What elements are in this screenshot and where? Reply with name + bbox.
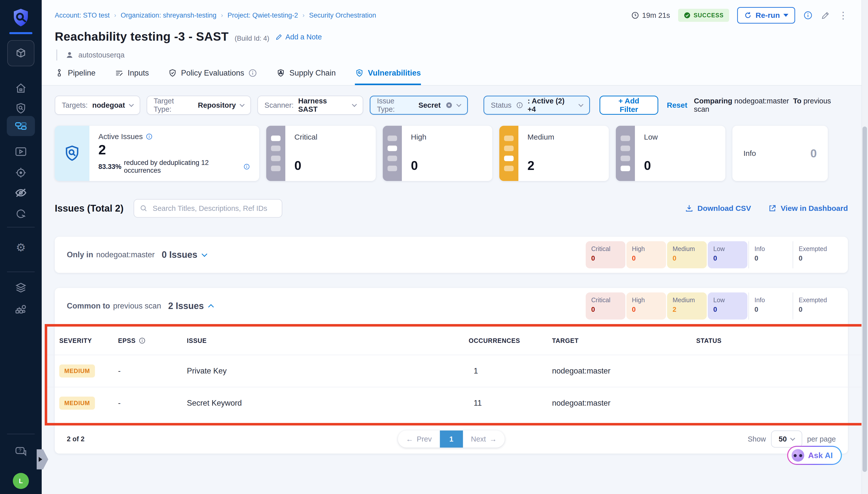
group-header-common[interactable]: Common to previous scan 2 Issues Critica… <box>55 288 848 324</box>
more-options-icon[interactable]: ⋮ <box>838 11 848 20</box>
tab-vulnerabilities[interactable]: Vulnerabilities <box>355 69 421 85</box>
edit-pencil-icon[interactable] <box>821 11 830 20</box>
user-avatar[interactable]: L <box>13 473 29 489</box>
severity-stripe <box>266 126 285 181</box>
filter-target-type[interactable]: Target Type: Repository <box>147 96 251 115</box>
breadcrumb-project[interactable]: Project: Qwiet-testing-2 <box>227 12 298 19</box>
sidebar-nav: ⚙ ? L <box>0 0 42 494</box>
col-target[interactable]: TARGET <box>552 337 696 344</box>
info-card[interactable]: Info 0 <box>732 126 828 181</box>
chevron-right-icon: › <box>302 12 304 19</box>
chevron-down-icon[interactable] <box>202 251 207 257</box>
col-status[interactable]: STATUS <box>696 337 852 344</box>
pagination-summary: 2 of 2 <box>67 435 85 443</box>
sidebar-divider <box>7 227 35 227</box>
tab-supply-chain[interactable]: Supply Chain <box>276 69 335 85</box>
download-csv-link[interactable]: Download CSV <box>685 204 751 213</box>
issue-title[interactable]: Private Key <box>187 366 469 376</box>
reset-filters-link[interactable]: Reset <box>667 101 687 110</box>
chevron-down-icon <box>352 102 357 107</box>
group-header-only-in[interactable]: Only in nodegoat:master 0 Issues Critica… <box>55 237 848 273</box>
home-icon[interactable] <box>14 82 27 95</box>
module-switcher-button[interactable] <box>7 40 34 66</box>
col-severity[interactable]: SEVERITY <box>59 337 118 344</box>
check-circle-icon <box>684 12 691 19</box>
scrollbar-thumb[interactable] <box>863 127 867 472</box>
page-size-select[interactable]: 50 <box>771 431 802 448</box>
refresh-icon <box>744 11 752 19</box>
col-epss[interactable]: EPSS <box>118 337 187 344</box>
chevron-down-icon <box>456 102 461 107</box>
medium-card[interactable]: Medium2 <box>499 126 609 181</box>
low-card[interactable]: Low0 <box>616 126 725 181</box>
per-page-label: per page <box>807 435 836 443</box>
ask-ai-button[interactable]: Ask AI <box>787 446 842 465</box>
group-common-panel: Common to previous scan 2 Issues Critica… <box>55 288 848 454</box>
info-icon[interactable] <box>146 133 153 140</box>
clear-filter-icon[interactable] <box>445 101 453 109</box>
tab-pipeline[interactable]: Pipeline <box>55 69 95 85</box>
executions-video-icon[interactable] <box>14 145 27 158</box>
info-icon[interactable] <box>243 163 250 170</box>
breadcrumb-account[interactable]: Account: STO test <box>55 12 110 19</box>
pagination-bar: 2 of 2 ←Prev 1 Next→ Show 50 per page <box>67 431 836 448</box>
status-badge: SUCCESS <box>678 9 730 22</box>
search-icon <box>140 204 148 212</box>
issue-row-secret-keyword[interactable]: MEDIUM - Secret Keyword 11 nodegoat:mast… <box>47 387 865 419</box>
harness-sto-logo-icon[interactable] <box>10 7 31 28</box>
col-issue[interactable]: ISSUE <box>187 337 469 344</box>
test-targets-icon[interactable] <box>14 166 27 179</box>
severity-stripe <box>383 126 402 181</box>
issues-search[interactable] <box>134 199 282 217</box>
filter-issue-type[interactable]: Issue Type: Secret <box>370 96 468 115</box>
chevron-up-icon[interactable] <box>208 304 214 310</box>
severity-pills: Critical0 High0 Medium2 Low0 Info0 Exemp… <box>586 292 836 320</box>
settings-gear-icon[interactable]: ⚙ <box>16 242 25 253</box>
page-1-button[interactable]: 1 <box>440 431 463 448</box>
sidebar-item-executions-active[interactable] <box>7 116 35 136</box>
sliders-icon <box>114 69 124 78</box>
shield-scan-icon <box>62 144 81 163</box>
severity-stripe <box>499 126 518 181</box>
power-exit-icon[interactable] <box>14 207 27 221</box>
add-note-link[interactable]: Add a Note <box>275 33 322 41</box>
page-title: Reachability testing -3 - SAST <box>55 30 228 43</box>
issue-title[interactable]: Secret Keyword <box>187 399 469 407</box>
pipeline-icon <box>14 119 27 133</box>
download-icon <box>685 204 694 213</box>
tab-inputs[interactable]: Inputs <box>114 69 149 85</box>
filter-targets[interactable]: Targets: nodegoat <box>55 96 140 115</box>
org-structure-settings-icon[interactable] <box>14 303 27 316</box>
external-link-icon <box>768 204 777 213</box>
breadcrumb-module[interactable]: Security Orchestration <box>309 12 376 19</box>
high-card[interactable]: High0 <box>383 126 492 181</box>
annotation-highlight-box: SEVERITY EPSS ISSUE OCCURRENCES TARGET S… <box>45 324 867 425</box>
epss-value: - <box>118 366 187 376</box>
col-occurrences[interactable]: OCCURRENCES <box>469 337 552 344</box>
info-icon <box>138 337 146 344</box>
help-chat-icon[interactable]: ? <box>14 445 27 458</box>
filter-scanner[interactable]: Scanner: Harness SAST <box>257 96 363 115</box>
filter-status[interactable]: Status : Active (2) +4 <box>483 96 590 115</box>
eye-off-icon[interactable] <box>14 186 27 199</box>
critical-card[interactable]: Critical0 <box>266 126 376 181</box>
re-run-button[interactable]: Re-run <box>737 7 795 24</box>
severity-badge: MEDIUM <box>59 397 95 410</box>
next-page-button[interactable]: Next→ <box>463 431 505 448</box>
sidebar-divider <box>7 272 35 272</box>
issue-row-private-key[interactable]: MEDIUM - Private Key 1 nodegoat:master <box>47 355 865 387</box>
tab-policy-evaluations[interactable]: Policy Evaluations <box>168 69 257 85</box>
scan-shield-icon[interactable] <box>14 102 27 115</box>
breadcrumb-org[interactable]: Organization: shreyansh-testing <box>121 12 217 19</box>
occurrences-value: 1 <box>469 366 552 376</box>
info-icon[interactable] <box>803 11 813 20</box>
pill-exempted: Exempted0 <box>793 241 836 268</box>
layers-settings-icon[interactable] <box>14 281 27 294</box>
scrollbar-track[interactable] <box>862 0 868 494</box>
prev-page-button[interactable]: ←Prev <box>398 431 440 448</box>
active-issues-card[interactable]: Active Issues 2 83.33% reduced by dedupl… <box>55 126 259 181</box>
shield-scan-icon <box>355 69 364 78</box>
search-input[interactable] <box>152 204 276 213</box>
view-in-dashboard-link[interactable]: View in Dashboard <box>768 204 848 213</box>
add-filter-button[interactable]: + Add Filter <box>599 96 658 115</box>
